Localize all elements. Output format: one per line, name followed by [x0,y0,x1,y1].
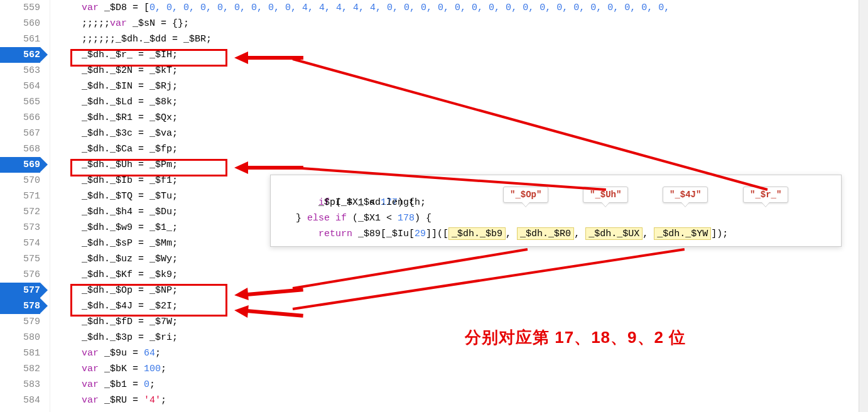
watch-chip[interactable]: _$dh._$YW [654,227,711,240]
line-number[interactable]: 567 [0,126,40,141]
code-text: (_$X1 < [347,213,398,224]
line-number[interactable]: 581 [0,345,40,361]
watch-chip[interactable]: _$dh._$UX [585,227,643,240]
line-number[interactable]: 568 [0,141,40,157]
code-line[interactable]: _$dh._$r_ = _$IH; [82,47,868,63]
line-number[interactable]: 575 [0,251,40,267]
code-text: } [296,213,307,224]
line-number[interactable]: 577 [0,283,40,298]
vertical-scrollbar[interactable] [859,0,868,412]
line-number-gutter[interactable]: 5595605615625635645655665675685695705715… [0,0,50,412]
line-number[interactable]: 566 [0,110,40,126]
popup-line: } else if (_$X1 < 178) { [296,210,835,226]
code-line[interactable]: ;;;;;;_$dh._$dd = _$BR; [82,31,868,47]
code-line[interactable]: var _$D8 = [0, 0, 0, 0, 0, 0, 0, 0, 0, 4… [82,0,868,16]
code-line[interactable]: _$dh._$Ca = _$fp; [82,141,868,157]
popup-return-line: return _$89[_$Iu[29]]([_$dh._$b9, _$dh._… [296,226,835,242]
line-number[interactable]: 578 [0,298,40,314]
line-number[interactable]: 564 [0,79,40,94]
value-tooltip: "_$4J" [663,187,708,203]
code-line[interactable]: _$dh._$4J = _$2I; [82,298,868,314]
line-number[interactable]: 561 [0,31,40,47]
code-text: _$pI = _$ad.length; [296,197,426,208]
code-line[interactable]: _$dh._$R1 = _$Qx; [82,110,868,126]
code-line[interactable]: _$dh._$IN = _$Rj; [82,79,868,94]
line-number[interactable]: 569 [0,157,40,173]
line-number[interactable]: 574 [0,236,40,251]
code-line[interactable]: ;;;;;var _$sN = {}; [82,16,868,31]
line-number[interactable]: 562 [0,47,40,63]
line-number[interactable]: 583 [0,377,40,393]
line-number[interactable]: 565 [0,94,40,110]
line-number[interactable]: 572 [0,204,40,220]
line-number[interactable]: 573 [0,220,40,236]
code-line[interactable]: var _$bK = 100; [82,361,868,377]
number-literal: 178 [398,213,415,224]
line-number[interactable]: 580 [0,330,40,345]
keyword-else-if: else if [307,213,347,224]
line-number[interactable]: 559 [0,0,40,16]
code-line[interactable]: _$dh._$Op = _$NP; [82,283,868,298]
code-text: ) { [415,213,431,224]
line-number[interactable]: 584 [0,393,40,408]
line-number[interactable]: 582 [0,361,40,377]
line-number[interactable]: 579 [0,314,40,330]
line-number[interactable]: 571 [0,188,40,204]
watch-chip[interactable]: _$dh._$b9 [448,227,506,240]
value-tooltip: "_$Op" [503,187,548,203]
code-line[interactable]: _$dh._$Uh = _$Pm; [82,157,868,173]
code-line[interactable]: _$dh._$2N = _$kT; [82,63,868,79]
code-line[interactable]: var _$RU = '4'; [82,393,868,408]
code-line[interactable]: var _$b1 = 0; [82,377,868,393]
line-number[interactable]: 576 [0,267,40,283]
code-line[interactable]: _$dh._$3c = _$va; [82,126,868,141]
line-number[interactable]: 560 [0,16,40,31]
arrow-icon [234,52,248,64]
arrow-icon [234,161,248,174]
line-number[interactable]: 570 [0,173,40,188]
watch-chip[interactable]: _$dh._$R0 [517,227,574,240]
annotation-text: 分别对应第 17、18、9、2 位 [465,327,686,349]
line-number[interactable]: 563 [0,63,40,79]
